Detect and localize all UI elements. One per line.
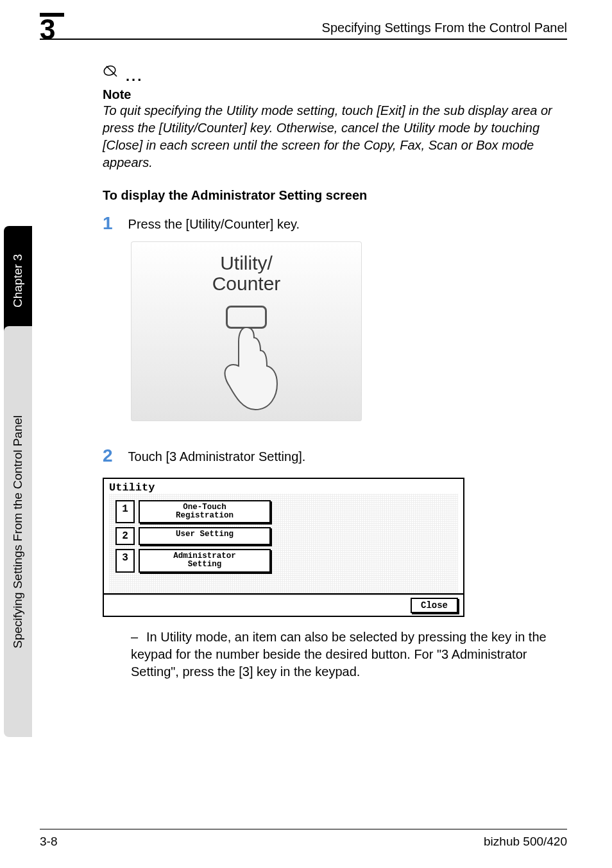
utility-row: 2 User Setting [115,527,452,545]
utility-row-number: 3 [115,549,135,572]
step-1-text: Press the [Utility/Counter] key. [128,214,300,232]
finger-icon [208,325,285,415]
svg-point-0 [103,64,117,76]
footer-page-number: 3-8 [40,835,57,849]
illustration-utility-counter-key: Utility/ Counter [131,241,362,421]
key-label-line2: Counter [212,273,281,294]
subheading: To display the Administrator Setting scr… [103,188,563,203]
utility-row-number: 2 [115,527,135,545]
note-heading: Note [103,87,563,102]
note-icon-row: ... [103,64,563,85]
page-header-title: Specifying Settings From the Control Pan… [322,21,567,35]
side-tab-section: Specifying Settings From the Control Pan… [4,326,32,737]
step-1-number: 1 [103,214,113,232]
step-2-text: Touch [3 Administrator Setting]. [128,447,306,464]
close-button[interactable]: Close [411,598,458,613]
utility-screen-header: Utility 1 One-Touch Registration 2 User … [104,479,463,595]
bullet-dash: – [131,629,146,646]
illustration-utility-screen: Utility 1 One-Touch Registration 2 User … [103,478,464,617]
key-label: Utility/ Counter [131,253,362,293]
utility-button-user-setting[interactable]: User Setting [139,527,271,545]
header-rule [40,39,567,40]
utility-row-number: 1 [115,500,135,523]
step-2-bullet-text: In Utility mode, an item can also be sel… [131,630,547,679]
step-1: 1 Press the [Utility/Counter] key. [103,214,563,232]
utility-button-administrator-setting[interactable]: Administrator Setting [139,549,271,572]
step-2-bullet: –In Utility mode, an item can also be se… [131,629,563,681]
note-icon [103,64,122,85]
footer-model: bizhub 500/420 [484,835,567,849]
utility-screen-body: 1 One-Touch Registration 2 User Setting … [109,494,458,593]
note-dots: ... [126,68,143,85]
side-tab-chapter: Chapter 3 [4,226,32,335]
utility-screen-footer: Close [104,595,463,616]
utility-row: 3 Administrator Setting [115,549,452,572]
utility-row: 1 One-Touch Registration [115,500,452,523]
step-2-number: 2 [103,447,113,465]
utility-button-one-touch[interactable]: One-Touch Registration [139,500,271,523]
note-body: To quit specifying the Utility mode sett… [103,102,563,171]
utility-screen-title: Utility [109,482,155,494]
step-2: 2 Touch [3 Administrator Setting]. [103,447,563,465]
key-label-line1: Utility/ [220,252,273,273]
footer-rule [40,829,567,829]
